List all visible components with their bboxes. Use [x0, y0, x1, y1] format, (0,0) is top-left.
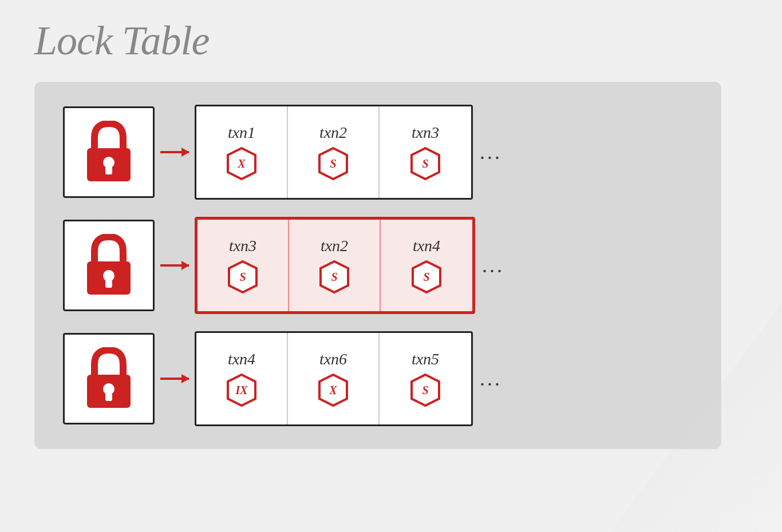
lock-icon-2 [63, 220, 155, 311]
arrow-line [160, 378, 189, 380]
lock-type-label: IX [235, 384, 247, 397]
dots-2: ... [482, 253, 504, 277]
txn-name: txn2 [321, 237, 348, 255]
page-title: Lock Table [34, 17, 209, 65]
txn-cell-3-2: txn6 X [288, 333, 380, 424]
arrow-3 [160, 378, 189, 380]
lock-table-container: txn1 X txn2 S txn3 S ... [34, 82, 721, 449]
txn-name: txn4 [228, 350, 255, 368]
txn-list-3: txn4 IX txn6 X txn5 S [195, 331, 473, 426]
lock-type-badge: S [316, 146, 350, 181]
arrow-2 [160, 264, 189, 267]
svg-rect-14 [105, 392, 112, 401]
lock-type-badge: X [316, 373, 350, 407]
txn-cell-2-1: txn3 S [198, 220, 289, 311]
lock-svg [80, 347, 137, 410]
lock-icon-1 [63, 106, 155, 198]
dots-1: ... [480, 140, 502, 164]
txn-cell-3-3: txn5 S [380, 333, 471, 424]
lock-type-label: S [330, 157, 336, 170]
lock-type-badge: X [224, 146, 259, 181]
lock-type-label: S [331, 271, 337, 284]
lock-svg [80, 234, 137, 297]
txn-list-2: txn3 S txn2 S txn4 S [195, 217, 475, 314]
lock-type-badge: S [226, 260, 260, 294]
lock-type-label: S [422, 157, 428, 170]
txn-cell-1-3: txn3 S [380, 106, 471, 198]
lock-type-label: S [423, 271, 429, 284]
lock-icon-3 [63, 333, 155, 424]
txn-name: txn4 [413, 237, 440, 255]
svg-rect-2 [105, 165, 112, 174]
lock-svg [80, 121, 137, 184]
arrow-line [160, 151, 189, 153]
lock-type-badge: IX [224, 373, 259, 407]
lock-type-badge: S [317, 260, 351, 294]
arrow-line [160, 264, 189, 267]
dots-3: ... [480, 367, 502, 391]
txn-name: txn1 [228, 124, 255, 142]
lock-type-label: S [422, 384, 428, 397]
lock-row-2: txn3 S txn2 S txn4 S ... [63, 217, 693, 314]
txn-name: txn2 [319, 124, 347, 142]
txn-cell-1-1: txn1 X [196, 106, 288, 198]
svg-rect-8 [105, 279, 112, 288]
lock-row-3: txn4 IX txn6 X txn5 S ... [63, 331, 693, 426]
lock-type-label: X [329, 384, 337, 397]
lock-type-badge: S [408, 373, 443, 407]
txn-name: txn3 [229, 237, 256, 255]
txn-name: txn3 [412, 124, 439, 142]
txn-cell-1-2: txn2 S [288, 106, 380, 198]
lock-type-label: S [239, 271, 246, 284]
txn-cell-3-1: txn4 IX [196, 333, 288, 424]
lock-type-badge: S [409, 260, 444, 294]
txn-name: txn6 [319, 350, 347, 368]
txn-cell-2-2: txn2 S [289, 220, 381, 311]
arrow-1 [160, 151, 189, 153]
lock-type-label: X [238, 157, 245, 170]
lock-row-1: txn1 X txn2 S txn3 S ... [63, 105, 693, 200]
txn-name: txn5 [412, 350, 439, 368]
txn-cell-2-3: txn4 S [381, 220, 472, 311]
lock-type-badge: S [408, 146, 443, 181]
txn-list-1: txn1 X txn2 S txn3 S [195, 105, 473, 200]
